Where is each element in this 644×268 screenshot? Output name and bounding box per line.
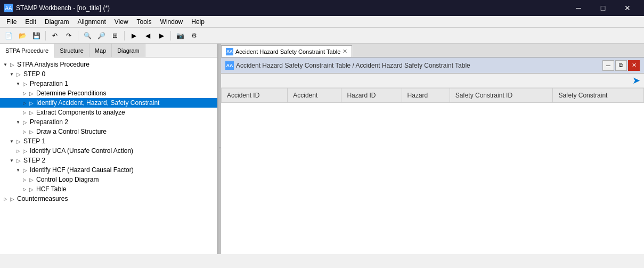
toolbar-screenshot[interactable]: 📷	[174, 30, 186, 42]
col-safety-constraint-id: Safety Constraint ID	[450, 88, 553, 103]
col-hazard: Hazard	[402, 88, 450, 103]
toolbar-open[interactable]: 📂	[16, 30, 29, 42]
label-hcf: Identify HCF (Hazard Causal Factor)	[30, 166, 134, 174]
doc-header-icon: AA	[225, 61, 234, 70]
tree-identify-accident[interactable]: ▷ ▷ Identify Accident, Hazard, Safety Co…	[0, 98, 217, 108]
tree-step-0[interactable]: ▼ ▷ STEP 0	[0, 69, 217, 79]
tab-structure[interactable]: Structure	[54, 44, 89, 57]
arrow-precond: ▷	[21, 90, 28, 96]
toolbar-new[interactable]: 📄	[2, 30, 15, 42]
col-safety-constraint: Safety Constraint	[553, 88, 644, 103]
arrow-step2: ▼	[9, 157, 15, 164]
tab-diagram[interactable]: Diagram	[112, 44, 145, 57]
icon-prep1: ▷	[21, 80, 29, 87]
icon-cl: ▷	[28, 176, 35, 183]
toolbar-sep-1	[45, 31, 46, 40]
label-hcft: HCF Table	[36, 185, 66, 193]
col-accident-id: Accident ID	[222, 88, 288, 103]
close-button[interactable]: ✕	[615, 0, 640, 16]
label-step0: STEP 0	[23, 70, 45, 78]
right-panel: AA Accident Hazard Safety Constraint Tab…	[221, 44, 644, 254]
tree-step-1[interactable]: ▼ ▷ STEP 1	[0, 136, 217, 146]
icon-uca: ▷	[21, 147, 29, 155]
toolbar-back[interactable]: ◀	[141, 30, 154, 42]
menu-diagram[interactable]: Diagram	[40, 17, 73, 27]
icon-hcf: ▷	[21, 166, 29, 174]
toolbar-sep-2	[78, 31, 78, 40]
tree-extract-components[interactable]: ▷ ▷ Extract Components to analyze	[0, 108, 217, 117]
arrow-hcf: ▼	[15, 167, 21, 173]
label-cm: Countermeasures	[17, 195, 68, 202]
maximize-button[interactable]: □	[591, 0, 615, 16]
tree-countermeasures[interactable]: ▷ ▷ Countermeasures	[0, 194, 217, 204]
arrow-prep1: ▼	[15, 80, 21, 87]
doc-tab-close[interactable]: ✕	[343, 48, 347, 55]
toolbar-settings[interactable]: ⚙	[188, 30, 200, 42]
tab-map[interactable]: Map	[89, 44, 112, 57]
icon-stpa: ▷	[9, 61, 16, 68]
label-precond: Determine Preconditions	[36, 90, 106, 97]
toolbar-forward[interactable]: ▶	[155, 30, 168, 42]
icon-accident: ▷	[28, 99, 35, 107]
doc-tab-accident-table[interactable]: AA Accident Hazard Safety Constraint Tab…	[221, 45, 352, 57]
menu-window[interactable]: Window	[156, 17, 188, 27]
table-header-row: Accident ID Accident Hazard ID Hazard Sa…	[222, 88, 644, 103]
label-accident: Identify Accident, Hazard, Safety Constr…	[36, 99, 159, 107]
tree-preparation-1[interactable]: ▼ ▷ Preparation 1	[0, 79, 217, 88]
constraint-table: Accident ID Accident Hazard ID Hazard Sa…	[221, 88, 644, 103]
tree-control-structure[interactable]: ▷ ▷ Draw a Control Structure	[0, 127, 217, 136]
toolbar-redo[interactable]: ↷	[62, 30, 75, 42]
toolbar-save[interactable]: 💾	[30, 30, 43, 42]
arrow-stpa: ▼	[2, 61, 9, 68]
main-content: STPA Procedure Structure Map Diagram ▼ ▷…	[0, 44, 644, 254]
icon-hcft: ▷	[28, 185, 35, 193]
nav-minimize[interactable]: ─	[602, 60, 614, 71]
toolbar-fit[interactable]: ⊞	[109, 30, 121, 42]
doc-content: AA Accident Hazard Safety Constraint Tab…	[221, 58, 644, 254]
minimize-button[interactable]: ─	[566, 0, 591, 16]
tree-step-2[interactable]: ▼ ▷ STEP 2	[0, 156, 217, 165]
table-area: Accident ID Accident Hazard ID Hazard Sa…	[221, 88, 644, 254]
icon-precond: ▷	[28, 90, 35, 97]
tree-preparation-2[interactable]: ▼ ▷ Preparation 2	[0, 117, 217, 127]
label-prep1: Preparation 1	[30, 80, 68, 87]
menu-file[interactable]: File	[2, 17, 21, 27]
menu-alignment[interactable]: Alignment	[73, 17, 110, 27]
toolbar-zoom-out[interactable]: 🔎	[95, 30, 108, 42]
doc-header-nav: ─ ⧉ ✕	[602, 60, 640, 71]
nav-restore[interactable]: ⧉	[615, 60, 627, 71]
icon-extract: ▷	[28, 109, 35, 116]
icon-step0: ▷	[15, 70, 22, 78]
label-step1: STEP 1	[23, 137, 45, 145]
tree-panel: ▼ ▷ STPA Analysis Procedure ▼ ▷ STEP 0 ▼…	[0, 58, 217, 254]
tree-determine-preconditions[interactable]: ▷ ▷ Determine Preconditions	[0, 88, 217, 98]
doc-tab-icon: AA	[226, 48, 233, 55]
tab-stpa-procedure[interactable]: STPA Procedure	[0, 44, 54, 58]
title-bar-title: STAMP Workbench - [no_title] (*)	[16, 4, 110, 12]
arrow-cl: ▷	[21, 176, 28, 183]
label-stpa: STPA Analysis Procedure	[17, 61, 89, 68]
toolbar-sep-3	[124, 31, 125, 40]
tree-hcf-table[interactable]: ▷ ▷ HCF Table	[0, 184, 217, 194]
tree-identify-uca[interactable]: ▷ ▷ Identify UCA (Unsafe Control Action)	[0, 146, 217, 156]
menu-view[interactable]: View	[110, 17, 133, 27]
menu-tools[interactable]: Tools	[133, 17, 156, 27]
doc-nav-arrow[interactable]: ➤	[630, 75, 642, 86]
doc-header-title: AA Accident Hazard Safety Constraint Tab…	[225, 61, 470, 70]
doc-tab-label: Accident Hazard Safety Constraint Table	[235, 48, 340, 55]
menu-edit[interactable]: Edit	[21, 17, 40, 27]
label-uca: Identify UCA (Unsafe Control Action)	[30, 147, 133, 155]
menu-help[interactable]: Help	[187, 17, 209, 27]
arrow-cm: ▷	[2, 196, 9, 202]
icon-step2: ▷	[15, 157, 22, 164]
icon-prep2: ▷	[21, 118, 29, 126]
tree-identify-hcf[interactable]: ▼ ▷ Identify HCF (Hazard Causal Factor)	[0, 165, 217, 175]
nav-close[interactable]: ✕	[628, 60, 640, 71]
toolbar-zoom-in[interactable]: 🔍	[81, 30, 94, 42]
toolbar-undo[interactable]: ↶	[48, 30, 61, 42]
arrow-step1: ▼	[9, 138, 15, 144]
tree-control-loop[interactable]: ▷ ▷ Control Loop Diagram	[0, 175, 217, 184]
icon-step1: ▷	[15, 137, 22, 145]
tree-stpa-analysis-procedure[interactable]: ▼ ▷ STPA Analysis Procedure	[0, 60, 217, 69]
toolbar-play[interactable]: ▶	[127, 30, 140, 42]
